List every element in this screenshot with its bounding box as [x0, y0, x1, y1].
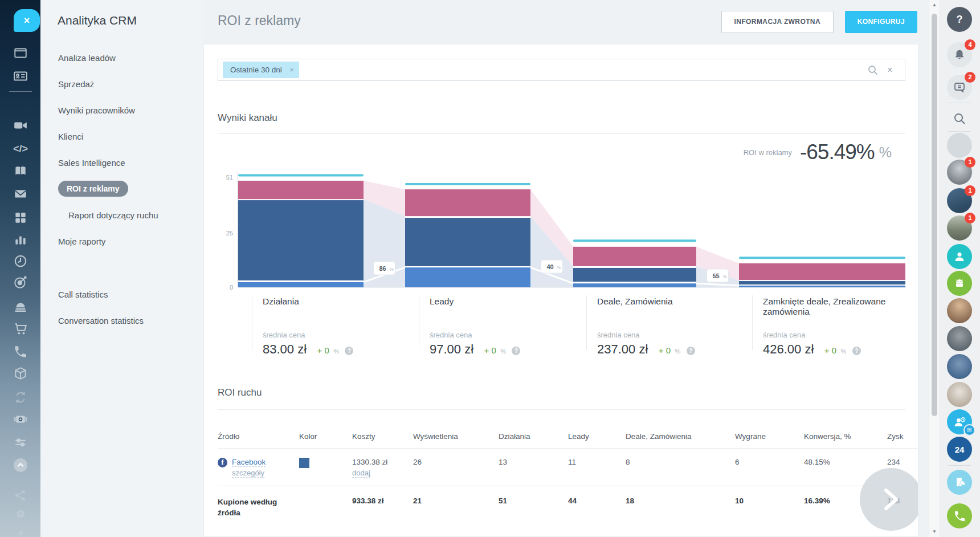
help-icon[interactable]: ? — [512, 347, 520, 355]
traffic-roi-table: Źródło Kolor Koszty Wyświetlenia Działan… — [218, 425, 918, 518]
user-avatar-4[interactable] — [947, 298, 972, 323]
close-menu-button[interactable]: × — [14, 9, 40, 32]
scroll-up-arrow[interactable]: ▲ — [929, 1, 940, 9]
roi-summary: ROI w reklamy -65.49% % — [744, 140, 892, 164]
user-teal-bot[interactable] — [947, 244, 972, 269]
shop-icon[interactable] — [13, 322, 28, 336]
sidebar-item-sprzedaz[interactable]: Sprzedaż — [40, 71, 203, 97]
page-scrollbar[interactable]: ▲ ▼ — [929, 0, 939, 537]
mail-icon[interactable] — [13, 186, 28, 201]
rail-divider — [948, 465, 971, 466]
stage-price: 83.00 zł — [263, 342, 307, 356]
leads-total: 44 — [568, 486, 626, 518]
chevron-right-icon — [881, 487, 901, 512]
sidebar-item-analiza-leadow[interactable]: Analiza leadów — [40, 44, 203, 71]
settings-sliders-icon[interactable] — [13, 435, 28, 450]
user-avatar-5[interactable] — [947, 326, 972, 351]
totals-label: Kupione według źródła — [218, 486, 299, 518]
stage-name: Leady — [430, 296, 564, 307]
sidebar-item-wyniki-pracownikow[interactable]: Wyniki pracowników — [40, 97, 203, 123]
color-swatch[interactable] — [299, 458, 309, 468]
phone-icon[interactable] — [13, 344, 28, 359]
analytics-icon[interactable] — [13, 232, 28, 247]
settings-gear-icon[interactable]: ⚙ — [13, 507, 28, 522]
storage-icon[interactable] — [13, 366, 28, 381]
crm-analytics-screen: × </> — [0, 0, 980, 537]
mobile-cloud-button[interactable] — [947, 470, 972, 495]
chip-remove-icon[interactable]: × — [289, 62, 294, 78]
sidebar-item-moje-raporty[interactable]: Moje raporty — [40, 228, 203, 254]
activities-value: 13 — [499, 449, 568, 486]
mobile-cloud-icon — [953, 475, 966, 489]
avg-price-label: średnia cena — [763, 331, 805, 339]
details-link[interactable]: szczegóły — [232, 469, 264, 478]
knowledge-base-icon[interactable] — [13, 164, 28, 178]
feedback-button[interactable]: INFORMACJA ZWROTNA — [721, 11, 834, 33]
help-icon[interactable]: ? — [345, 347, 353, 355]
analytics-sidebar: Analityka CRM Analiza leadów Sprzedaż Wy… — [40, 0, 203, 537]
notifications-button[interactable]: 4 — [947, 42, 972, 67]
user-avatar-7[interactable] — [947, 382, 972, 407]
user-avatar-6[interactable] — [947, 354, 972, 379]
help-button[interactable]: ? — [947, 7, 972, 32]
rail-divider — [948, 131, 971, 132]
bitrix24-button[interactable]: 24 — [947, 437, 972, 462]
search-icon — [953, 112, 966, 125]
sidebar-item-klienci[interactable]: Klienci — [40, 123, 203, 149]
activities-total: 51 — [499, 486, 568, 518]
desktop-icon[interactable] — [13, 46, 28, 60]
goals-icon[interactable] — [13, 275, 28, 290]
user-avatar-3[interactable]: 1 — [947, 215, 972, 241]
stage-name: Działania — [263, 296, 397, 307]
table-scroll-next-button[interactable] — [860, 468, 918, 531]
messenger-button[interactable]: 2 — [947, 75, 972, 100]
services-icon[interactable] — [13, 299, 28, 314]
configure-button[interactable]: KONFIGURUJ — [845, 11, 917, 33]
search-icon[interactable] — [867, 64, 879, 76]
collapse-up-icon[interactable] — [13, 458, 28, 473]
funnel-chart[interactable]: 5125086%40%55% — [217, 169, 906, 291]
notifications-badge: 4 — [965, 39, 975, 50]
code-icon[interactable]: </> — [13, 141, 28, 156]
svg-text:40: 40 — [546, 263, 553, 270]
android-bot[interactable] — [947, 271, 972, 296]
stage-price: 426.00 zł — [763, 342, 814, 356]
user-avatar-1[interactable]: 1 — [947, 160, 972, 185]
filter-search-bar[interactable]: Ostatnie 30 dni × × — [218, 59, 905, 81]
table-row-facebook: f Facebook szczegóły 1330.38 zł dodaj 26… — [218, 449, 918, 486]
scrollbar-thumb[interactable] — [932, 14, 937, 416]
help-icon[interactable]: ? — [852, 347, 861, 355]
user-avatar-2[interactable]: 1 — [947, 188, 972, 213]
user-3-badge: 1 — [965, 213, 975, 223]
invite-user-button[interactable]: ✉ — [947, 409, 972, 434]
video-call-icon[interactable] — [13, 118, 28, 133]
help-icon[interactable]: ? — [687, 347, 695, 355]
sidebar-item-conversation-statistics[interactable]: Conversation statistics — [40, 307, 203, 333]
add-icon[interactable]: + — [13, 526, 28, 537]
stage-card-leady: Leady średnia cena 97.00 zł + 0 % ? — [419, 295, 578, 350]
scroll-down-arrow[interactable]: ▼ — [929, 528, 940, 536]
search-button[interactable] — [947, 106, 972, 131]
add-cost-link[interactable]: dodaj — [352, 469, 370, 478]
sync-icon[interactable] — [13, 390, 28, 405]
sidebar-item-raport-ruchu[interactable]: Raport dotyczący ruchu — [40, 202, 203, 228]
telephony-button[interactable] — [947, 503, 972, 528]
sidebar-item-call-statistics[interactable]: Call statistics — [40, 281, 203, 307]
scanner-icon[interactable] — [13, 412, 28, 426]
clear-filter-icon[interactable]: × — [884, 64, 896, 76]
stage-price: 237.00 zł — [597, 342, 648, 356]
time-icon[interactable] — [13, 254, 28, 268]
source-facebook-link[interactable]: Facebook — [232, 458, 266, 467]
facebook-icon: f — [218, 458, 227, 467]
stage-card-dzialania: Działania średnia cena 83.00 zł + 0 % ? — [252, 295, 411, 350]
stage-name: Zamknięte deale, Zrealizowane zamówienia — [763, 296, 893, 317]
share-network-icon[interactable] — [13, 488, 28, 503]
filter-chip-last-30-days[interactable]: Ostatnie 30 dni × — [223, 62, 299, 78]
views-value: 26 — [413, 449, 499, 486]
svg-text:%: % — [390, 267, 394, 272]
sidebar-item-sales-intelligence[interactable]: Sales Intelligence — [40, 149, 203, 176]
sidebar-item-roi-z-reklamy-active[interactable]: ROI z reklamy — [40, 176, 203, 202]
contacts-icon[interactable] — [13, 68, 28, 83]
user-avatar-placeholder[interactable] — [947, 133, 972, 158]
widgets-icon[interactable] — [13, 210, 28, 225]
